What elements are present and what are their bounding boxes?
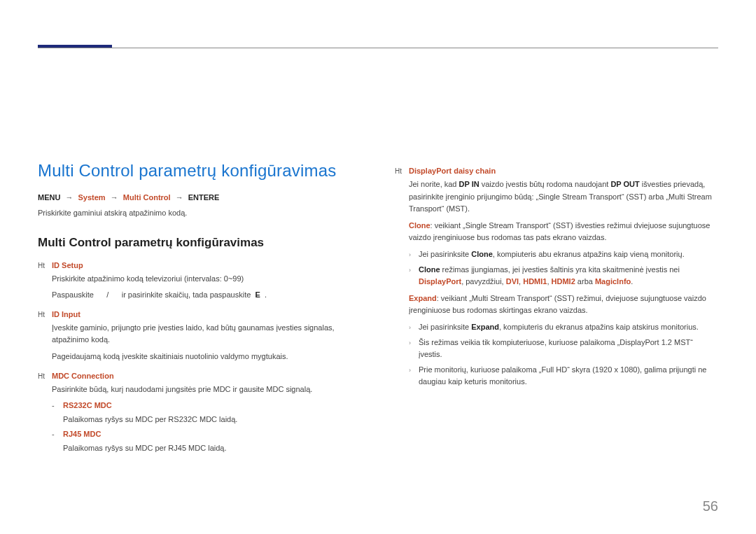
bullet-icon: Ht [38, 309, 52, 367]
list-item-mdc-connection: Ht MDC Connection Pasirinkite būdą, kurį… [38, 370, 361, 458]
chevron-right-icon: → [176, 193, 183, 202]
item-title: ID Input [52, 309, 361, 321]
text-fragment: , kompiuteris du ekranus atpažins kaip a… [499, 323, 699, 331]
text-fragment: , kompiuteris abu ekranus atpažins kaip … [493, 250, 685, 258]
term-expand: Expand [409, 294, 437, 302]
text-fragment: . [265, 290, 267, 299]
heading-1: Multi Control parametrų konfigūravimas [38, 161, 361, 181]
page-number: 56 [703, 498, 718, 514]
bullet-text: Jei pasirinksite Clone, kompiuteris abu … [419, 248, 718, 261]
text-fragment: / [106, 290, 108, 299]
sub-text: Palaikomas ryšys su MDC per RJ45 MDC lai… [63, 442, 361, 455]
sub-title: RJ45 MDC [63, 428, 361, 441]
item-text: Jei norite, kad DP IN vaizdo įvestis būt… [409, 178, 718, 216]
text-fragment: . [631, 277, 633, 286]
sub-item-rs232c: - RS232C MDC Palaikomas ryšys su MDC per… [52, 400, 361, 426]
term-dp-out: DP OUT [610, 180, 639, 188]
breadcrumb-system: System [78, 193, 106, 202]
enter-symbol: E [214, 193, 219, 202]
text-fragment: : veikiant „Single Stream Transport“ (SS… [409, 221, 710, 242]
chevron-right-icon: → [111, 193, 118, 202]
text-fragment: Jei pasirinksite [419, 323, 471, 331]
breadcrumb-enter: ENTER [188, 193, 214, 202]
clone-paragraph: Clone: veikiant „Single Stream Transport… [409, 220, 718, 244]
item-text: Pasirinkite būdą, kurį naudodami jungsit… [52, 384, 361, 396]
text-fragment: arba [575, 277, 595, 286]
term-dp-in: DP IN [459, 180, 479, 188]
text-fragment: Jei pasirinksite [419, 250, 471, 258]
text-fragment: : veikiant „Multi Stream Transport“ (SST… [409, 294, 706, 315]
sub-body: RS232C MDC Palaikomas ryšys su MDC per R… [63, 400, 361, 426]
text-fragment: , pavyzdžiui, [461, 277, 506, 286]
chevron-right-icon: › [409, 248, 419, 261]
expand-bullet-2: › Šis režimas veikia tik kompiuteriuose,… [409, 337, 718, 361]
header-rule [38, 48, 718, 48]
clone-bullet-1: › Jei pasirinksite Clone, kompiuteris ab… [409, 248, 718, 261]
breadcrumb-multicontrol: Multi Control [123, 193, 171, 202]
bullet-icon: Ht [395, 165, 409, 391]
text-fragment: Jei norite, kad [409, 180, 459, 188]
list-item-id-setup: Ht ID Setup Priskirkite atpažinimo kodą … [38, 260, 361, 306]
term-magicinfo: MagicInfo [595, 277, 631, 286]
item-title: ID Setup [52, 260, 361, 272]
left-column: Multi Control parametrų konfigūravimas M… [38, 161, 361, 461]
item-title: DisplayPort daisy chain [409, 165, 718, 177]
right-column: Ht DisplayPort daisy chain Jei norite, k… [395, 161, 718, 461]
expand-bullet-1: › Jei pasirinksite Expand, kompiuteris d… [409, 321, 718, 334]
sub-body: RJ45 MDC Palaikomas ryšys su MDC per RJ4… [63, 428, 361, 454]
item-body: ID Setup Priskirkite atpažinimo kodą tel… [52, 260, 361, 306]
item-text: Paspauskite / ir pasirinkite skaičių, ta… [52, 289, 361, 302]
term-displayport: DisplayPort [419, 277, 461, 286]
text-fragment: Paspauskite [52, 290, 94, 299]
document-page: Multi Control parametrų konfigūravimas M… [0, 0, 756, 534]
bullet-text: Prie monitorių, kuriuose palaikoma „Full… [419, 364, 718, 388]
chevron-right-icon: › [409, 264, 419, 288]
text-fragment: ir pasirinkite skaičių, tada paspauskite [122, 290, 251, 299]
item-title: MDC Connection [52, 370, 361, 382]
bullet-icon: Ht [38, 370, 52, 458]
list-item-id-input: Ht ID Input Įveskite gaminio, prijungto … [38, 309, 361, 367]
clone-bullet-2: › Clone režimas įjungiamas, jei įvesties… [409, 264, 718, 288]
chevron-right-icon: → [65, 193, 73, 202]
expand-paragraph: Expand: veikiant „Multi Stream Transport… [409, 293, 718, 317]
intro-description: Priskirkite gaminiui atskirą atpažinimo … [38, 207, 361, 219]
bullet-icon: Ht [38, 260, 52, 306]
item-text: Įveskite gaminio, prijungto prie įvestie… [52, 322, 361, 346]
item-text: Priskirkite atpažinimo kodą televizoriui… [52, 273, 361, 286]
term-clone: Clone [471, 250, 493, 258]
term-clone: Clone [409, 221, 430, 230]
bullet-text: Šis režimas veikia tik kompiuteriuose, k… [419, 337, 718, 361]
term-dvi: DVI [506, 277, 519, 286]
dash-icon: - [52, 400, 63, 426]
term-hdmi2: HDMI2 [552, 277, 575, 286]
heading-2: Multi Control parametrų konfigūravimas [38, 236, 361, 250]
chevron-right-icon: › [409, 364, 419, 388]
item-body: DisplayPort daisy chain Jei norite, kad … [409, 165, 718, 391]
sub-text: Palaikomas ryšys su MDC per RS232C MDC l… [63, 414, 361, 426]
breadcrumb: MENU → System → Multi Control → ENTERE [38, 193, 361, 202]
text-fragment: režimas įjungiamas, jei įvesties šaltini… [440, 265, 680, 274]
expand-bullet-3: › Prie monitorių, kuriuose palaikoma „Fu… [409, 364, 718, 388]
dash-icon: - [52, 428, 63, 454]
term-expand: Expand [471, 323, 499, 331]
key-label: E [255, 290, 260, 299]
item-body: MDC Connection Pasirinkite būdą, kurį na… [52, 370, 361, 458]
breadcrumb-menu: MENU [38, 193, 60, 202]
term-hdmi1: HDMI1 [523, 277, 547, 286]
bullet-text: Jei pasirinksite Expand, kompiuteris du … [419, 321, 718, 334]
sub-item-rj45: - RJ45 MDC Palaikomas ryšys su MDC per R… [52, 428, 361, 454]
item-text: Pageidaujamą kodą įveskite skaitiniais n… [52, 351, 361, 363]
item-body: ID Input Įveskite gaminio, prijungto pri… [52, 309, 361, 367]
content-columns: Multi Control parametrų konfigūravimas M… [38, 0, 718, 461]
list-item-dp-daisy: Ht DisplayPort daisy chain Jei norite, k… [395, 165, 718, 391]
term-clone: Clone [419, 265, 440, 274]
chevron-right-icon: › [409, 337, 419, 361]
chevron-right-icon: › [409, 321, 419, 334]
bullet-text: Clone režimas įjungiamas, jei įvesties š… [419, 264, 718, 288]
text-fragment: vaizdo įvestis būtų rodoma naudojant [479, 180, 611, 188]
sub-title: RS232C MDC [63, 400, 361, 412]
